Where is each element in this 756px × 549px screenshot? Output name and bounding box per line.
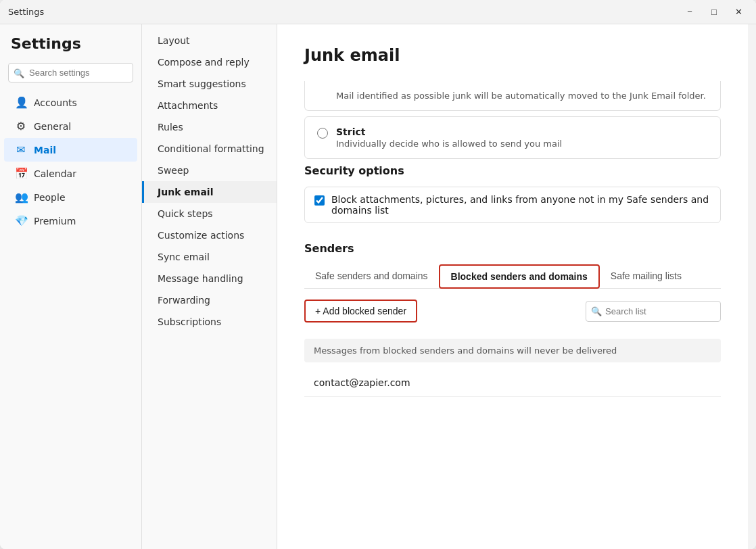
titlebar-title: Settings xyxy=(8,7,44,17)
mail-icon: ✉ xyxy=(15,143,27,156)
mid-nav-item-forwarding[interactable]: Forwarding xyxy=(142,289,277,311)
senders-section-title: Senders xyxy=(304,242,721,255)
strict-option-title: Strict xyxy=(336,126,562,137)
mid-nav: LayoutCompose and replySmart suggestions… xyxy=(142,24,277,549)
mid-nav-item-conditional-formatting[interactable]: Conditional formatting xyxy=(142,138,277,160)
mid-nav-item-customize-actions[interactable]: Customize actions xyxy=(142,224,277,246)
mid-nav-item-sync-email[interactable]: Sync email xyxy=(142,246,277,268)
sidebar-item-label: General xyxy=(34,121,71,132)
people-icon: 👥 xyxy=(15,191,27,204)
titlebar: Settings − □ ✕ xyxy=(0,0,756,24)
maximize-button[interactable]: □ xyxy=(705,5,724,20)
block-attachments-row: Block attachments, pictures, and links f… xyxy=(304,187,721,223)
scrollbar-track[interactable] xyxy=(748,24,756,549)
main-content: Junk email Mail identified as possible j… xyxy=(277,24,748,549)
sidebar-item-mail[interactable]: ✉ Mail xyxy=(4,138,137,162)
add-blocked-sender-label: + Add blocked sender xyxy=(315,306,406,316)
sidebar-item-accounts[interactable]: 👤 Accounts xyxy=(4,91,137,114)
strict-option-text: Strict Individually decide who is allowe… xyxy=(336,126,562,149)
sidebar: Settings 🔍 👤 Accounts ⚙ General ✉ Mail 📅… xyxy=(0,24,142,549)
sidebar-item-label: Premium xyxy=(34,216,76,226)
tab-safe-mailing[interactable]: Safe mailing lists xyxy=(600,264,692,289)
calendar-icon: 📅 xyxy=(15,167,27,180)
mid-nav-items: LayoutCompose and replySmart suggestions… xyxy=(142,30,277,333)
mid-nav-item-message-handling[interactable]: Message handling xyxy=(142,268,277,289)
mid-nav-item-subscriptions[interactable]: Subscriptions xyxy=(142,311,277,333)
sidebar-item-premium[interactable]: 💎 Premium xyxy=(4,209,137,233)
sidebar-item-label: People xyxy=(34,192,66,203)
mid-nav-item-layout[interactable]: Layout xyxy=(142,30,277,51)
sidebar-item-people[interactable]: 👥 People xyxy=(4,185,137,209)
search-settings-box: 🔍 xyxy=(8,63,133,82)
premium-icon: 💎 xyxy=(15,214,27,227)
tab-safe-senders[interactable]: Safe senders and domains xyxy=(304,264,439,289)
page-title: Junk email xyxy=(304,46,721,65)
mid-nav-item-attachments[interactable]: Attachments xyxy=(142,95,277,116)
security-section: Security options Block attachments, pict… xyxy=(304,164,721,223)
search-list-input[interactable] xyxy=(586,301,721,322)
senders-actions-row: + Add blocked sender 🔍 xyxy=(304,300,721,331)
security-section-title: Security options xyxy=(304,164,721,177)
mid-nav-item-compose-reply[interactable]: Compose and reply xyxy=(142,51,277,73)
block-attachments-checkbox[interactable] xyxy=(314,195,325,206)
minimize-button[interactable]: − xyxy=(680,5,699,20)
strict-radio[interactable] xyxy=(317,128,328,139)
strict-option-desc: Individually decide who is allowed to se… xyxy=(336,139,562,149)
sidebar-item-label: Calendar xyxy=(34,168,76,179)
content-area: Settings 🔍 👤 Accounts ⚙ General ✉ Mail 📅… xyxy=(0,24,756,549)
info-notice: Messages from blocked senders and domain… xyxy=(304,339,721,362)
strict-option-card: Strict Individually decide who is allowe… xyxy=(304,116,721,159)
search-list-box: 🔍 xyxy=(586,301,721,322)
blocked-entry: contact@zapier.com xyxy=(304,369,721,397)
mid-nav-item-sweep[interactable]: Sweep xyxy=(142,160,277,181)
close-button[interactable]: ✕ xyxy=(729,5,748,20)
titlebar-controls: − □ ✕ xyxy=(680,5,748,20)
sidebar-nav: 👤 Accounts ⚙ General ✉ Mail 📅 Calendar 👥… xyxy=(0,91,141,233)
settings-window: Settings − □ ✕ Settings 🔍 👤 Accounts ⚙ G… xyxy=(0,0,756,549)
add-blocked-sender-button[interactable]: + Add blocked sender xyxy=(304,300,417,323)
search-list-icon: 🔍 xyxy=(591,306,602,316)
sidebar-item-label: Accounts xyxy=(34,97,77,108)
tab-blocked-senders[interactable]: Blocked senders and domains xyxy=(439,264,600,289)
sidebar-item-calendar[interactable]: 📅 Calendar xyxy=(4,162,137,185)
search-settings-input[interactable] xyxy=(8,63,133,82)
mid-nav-item-quick-steps[interactable]: Quick steps xyxy=(142,203,277,224)
block-attachments-label: Block attachments, pictures, and links f… xyxy=(331,194,711,216)
mid-nav-item-junk-email[interactable]: Junk email xyxy=(142,181,277,203)
mid-nav-item-smart-suggestions[interactable]: Smart suggestions xyxy=(142,73,277,95)
mid-nav-item-rules[interactable]: Rules xyxy=(142,116,277,138)
accounts-icon: 👤 xyxy=(15,96,27,109)
search-icon: 🔍 xyxy=(14,68,24,78)
sidebar-item-label: Mail xyxy=(34,145,56,156)
blocked-entries-list: contact@zapier.com xyxy=(304,369,721,397)
senders-tabs: Safe senders and domains Blocked senders… xyxy=(304,264,721,289)
general-icon: ⚙ xyxy=(15,120,27,133)
top-clipped-option: Mail identified as possible junk will be… xyxy=(304,81,721,111)
senders-section: Senders Safe senders and domains Blocked… xyxy=(304,242,721,397)
sidebar-heading: Settings xyxy=(0,35,141,63)
top-clipped-text: Mail identified as possible junk will be… xyxy=(317,91,708,101)
sidebar-item-general[interactable]: ⚙ General xyxy=(4,114,137,138)
